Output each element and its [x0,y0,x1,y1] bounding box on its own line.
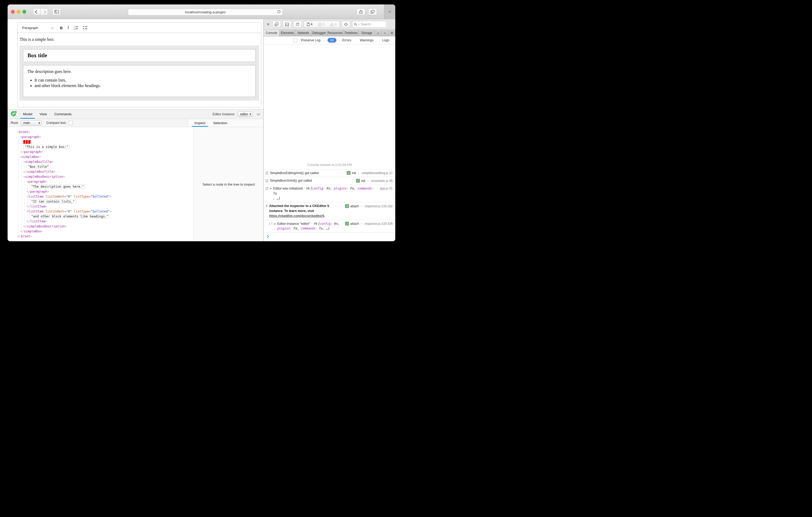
tree-line[interactable]: <paragraph> [20,134,194,140]
warning-count-segment[interactable]: 0 [327,21,340,27]
devtools-add-tab[interactable]: + [382,30,388,36]
filter-all[interactable]: All [327,38,337,42]
tree-line[interactable]: <listItem listIndent="0" listType="bulle… [26,194,194,199]
tree-line[interactable]: <paragraph> [26,179,194,184]
tree-line[interactable]: <simpleBoxTitle> [23,159,194,164]
reload-page-button[interactable] [293,21,302,28]
console-row[interactable]: ▶Editor was initialized – Hl {config: Kn… [264,185,395,202]
source-link[interactable]: inspector.js:133:182 [365,204,393,209]
tree-line[interactable]: "Box title" [26,164,194,170]
devtools-tab-timelines[interactable]: Timelines [343,30,359,36]
source-link[interactable]: app.js:31 [380,186,393,191]
tree-line[interactable]: <$root> [17,130,194,134]
page-count-segment[interactable]: 4 [304,21,316,27]
collapse-inspector-icon[interactable] [257,112,260,116]
devtools-tab-elements[interactable]: Elements [280,30,296,36]
console-location[interactable]: app.js:31 [380,186,393,191]
console-location[interactable]: finit—essentials.js:35 [356,178,393,183]
dock-bottom-button[interactable] [283,21,291,28]
tree-line[interactable]: </simpleBoxTitle> [23,170,194,174]
share-button[interactable] [356,8,365,15]
tree-line[interactable]: </simpleBox> [20,229,194,234]
inspector-subtab-selection[interactable]: Selection [210,119,230,127]
filter-errors[interactable]: Errors [340,38,354,42]
tree-line[interactable]: <listItem listIndent="0" listType="bulle… [26,209,194,214]
tree-line[interactable]: </simpleBoxDescription> [23,224,194,229]
description-paragraph[interactable]: The description goes here. [27,69,251,74]
simple-box-title[interactable]: Box title [23,49,256,62]
source-link[interactable]: simpleboxediting.js:12 [362,171,393,175]
console-row[interactable]: SimpleBoxEditing#init() got calledfinit—… [264,169,395,177]
inspector-tab-view[interactable]: View [37,110,50,119]
compact-text-checkbox[interactable] [68,121,73,125]
address-bar[interactable]: localhost/creating-a-plugin/ [128,9,283,16]
source-link[interactable]: essentials.js:35 [371,179,393,183]
console-link[interactable]: https://ckeditor.com/docs/ckeditor5 [269,214,324,218]
bulleted-list-button[interactable] [83,26,88,30]
tree-line[interactable]: [] [23,140,194,145]
source-link[interactable]: inspector.js:133:326 [365,221,393,226]
devtools-tab-debugger[interactable]: Debugger [311,30,327,36]
italic-button[interactable]: I [67,25,69,30]
filter-logs[interactable]: Logs [380,38,392,42]
devtools-settings-tab[interactable] [388,30,395,36]
console-row[interactable]: ▶Editor instance "editor" – Hl {config: … [264,220,395,233]
inspector-search[interactable] [352,21,387,28]
back-button[interactable] [33,8,40,15]
tree-line[interactable]: </$root> [17,234,194,239]
tree-line[interactable]: <simpleBox> [20,154,194,159]
tree-line[interactable]: "It can contain lists," [30,199,194,204]
tree-line[interactable]: </listItem> [26,204,194,209]
forward-button[interactable] [40,8,48,15]
devtools-tab-console[interactable]: Console [264,30,280,36]
intro-paragraph[interactable]: This is a simple box: [20,37,259,42]
search-options-icon[interactable] [357,23,360,25]
filter-warnings[interactable]: Warnings [357,38,376,42]
bold-button[interactable]: B [60,26,63,30]
devtools-tab-resources[interactable]: Resources [327,30,343,36]
page-status-group[interactable]: 4 0 0 [304,21,340,28]
zoom-window-button[interactable] [23,10,26,13]
editor-instance-select[interactable]: editor [237,112,253,117]
numbered-list-button[interactable]: 12 [74,26,78,30]
tree-line[interactable]: </listItem> [26,219,194,224]
tab-overview-button[interactable] [368,8,377,15]
console-location[interactable]: finit—simpleboxediting.js:12 [347,171,393,176]
list-item[interactable]: and other block elements like headings. [34,83,251,88]
description-list[interactable]: It can contain lists,and other block ele… [27,78,251,88]
error-count-segment[interactable]: 0 [315,21,327,27]
tree-line[interactable]: "The description goes here." [30,184,194,189]
editor-content[interactable]: This is a simple box: Box title The desc… [18,33,261,107]
disclosure-open-icon[interactable]: ▼ [265,204,268,208]
inspector-tab-commands[interactable]: Commands [52,110,74,119]
paragraph-dropdown[interactable]: Paragraph [20,25,55,31]
root-select[interactable]: main [21,120,41,125]
devtools-tab-network[interactable]: Network [295,30,311,36]
tree-line[interactable]: <simpleBoxDescription> [23,174,194,179]
devtools-tab-overflow[interactable]: » [375,30,382,36]
close-window-button[interactable] [11,10,14,13]
tree-line[interactable]: "This is a simple box:" [23,145,194,150]
devtools-tab-storage[interactable]: Storage [359,30,375,36]
console-prompt[interactable] [264,232,395,241]
search-input[interactable] [360,22,380,26]
inspector-tab-model[interactable]: Model [21,110,35,119]
preserve-log-checkbox[interactable] [293,38,297,42]
tree-line[interactable]: </paragraph> [20,150,194,154]
disclosure-closed-icon[interactable]: ▶ [270,187,272,190]
sidebar-toggle-button[interactable] [52,8,61,15]
simple-box-description[interactable]: The description goes here. It can contai… [23,65,256,97]
console-row[interactable]: ▼Attached the inspector to a CKEditor 5i… [264,202,395,219]
copy-button[interactable] [272,21,281,28]
console-row[interactable]: SimpleBoxUI#init() got calledfinit—essen… [264,177,395,185]
reload-button[interactable] [277,10,281,14]
simple-box-widget[interactable]: Box title The description goes here. It … [20,46,259,100]
tree-line[interactable]: "and other block elements like headings.… [30,214,194,219]
list-item[interactable]: It can contain lists, [34,78,251,83]
inspector-subtab-inspect[interactable]: Inspect [192,119,208,127]
model-tree[interactable]: <$root><paragraph>[]"This is a simple bo… [7,127,194,241]
disclosure-closed-icon[interactable]: ▶ [274,222,276,226]
console-location[interactable]: fattach—inspector.js:133:182 [345,204,393,209]
close-inspector-button[interactable]: ✕ [266,22,270,26]
minimize-window-button[interactable] [17,10,21,13]
